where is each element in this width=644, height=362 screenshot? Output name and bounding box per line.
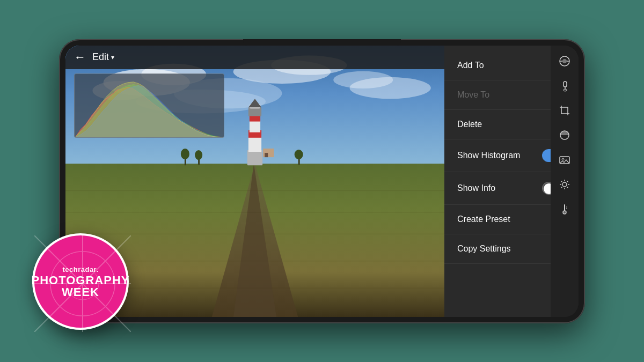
svg-rect-19 (248, 135, 261, 151)
svg-line-53 (561, 181, 562, 182)
back-button[interactable]: ← (74, 50, 86, 64)
phone-device: ← Edit ▾ (59, 39, 585, 323)
menu-item-move-to-label: Move To (457, 90, 489, 100)
svg-rect-38 (564, 82, 567, 87)
svg-point-29 (181, 148, 189, 159)
edit-dropdown-arrow[interactable]: ▾ (111, 54, 114, 61)
adjustments-icon[interactable] (554, 51, 575, 71)
badge-title2: WEEK (32, 286, 130, 298)
badge-circle: techradar. PHOTOGRAPHY WEEK (32, 233, 129, 330)
svg-point-47 (562, 158, 564, 160)
menu-item-add-to-label: Add To (457, 61, 484, 70)
svg-line-56 (561, 187, 562, 188)
menu-item-create-preset-label: Create Preset (457, 215, 510, 224)
phone-screen: ← Edit ▾ (65, 46, 579, 317)
temp-icon[interactable] (554, 199, 575, 219)
badge-title1: PHOTOGRAPHY (32, 275, 130, 286)
edit-label: Edit (92, 51, 109, 63)
menu-item-show-histogram-label: Show Histogram (457, 151, 520, 160)
svg-point-35 (562, 59, 567, 63)
phone-notch (243, 39, 401, 46)
svg-line-55 (567, 181, 568, 182)
menu-item-show-info-label: Show Info (457, 183, 495, 193)
menu-item-delete-label: Delete (457, 120, 482, 129)
histogram-overlay (74, 73, 224, 138)
sidebar-icons (551, 46, 579, 317)
svg-rect-23 (248, 107, 261, 116)
svg-point-58 (563, 211, 566, 214)
mask-icon[interactable] (554, 125, 575, 145)
svg-point-7 (333, 71, 393, 88)
techradar-badge: techradar. PHOTOGRAPHY WEEK (32, 233, 129, 330)
brush-icon[interactable] (554, 76, 575, 96)
crop-icon[interactable] (554, 100, 575, 121)
svg-line-54 (567, 187, 568, 188)
top-bar: ← Edit ▾ (65, 46, 444, 69)
badge-logo: techradar. (32, 265, 130, 274)
svg-rect-27 (265, 153, 268, 157)
svg-point-48 (562, 182, 567, 187)
light-icon[interactable] (554, 174, 575, 195)
edit-title: Edit ▾ (92, 51, 114, 63)
photo-icon[interactable] (554, 150, 575, 170)
svg-point-31 (195, 150, 202, 160)
menu-item-copy-settings-label: Copy Settings (457, 244, 511, 254)
svg-point-33 (295, 149, 303, 159)
svg-rect-21 (250, 120, 260, 132)
svg-rect-18 (247, 150, 262, 165)
